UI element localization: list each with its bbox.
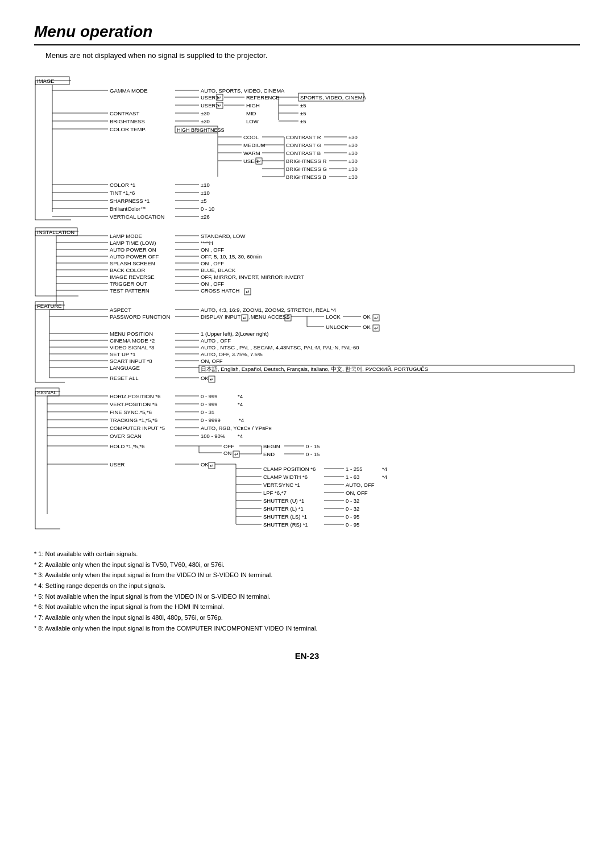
svg-text:LANGUAGE: LANGUAGE	[110, 365, 140, 371]
svg-text:1 - 63: 1 - 63	[346, 474, 359, 480]
svg-text:FINE SYNC.*5,*6: FINE SYNC.*5,*6	[110, 409, 152, 415]
svg-text:↵: ↵	[218, 103, 222, 108]
svg-text:SPORTS, VIDEO, CINEMA: SPORTS, VIDEO, CINEMA	[300, 94, 367, 101]
footnote-6: * 6: Not available when the input signal…	[34, 602, 580, 612]
svg-text:SHUTTER (L)   *1: SHUTTER (L) *1	[263, 506, 304, 512]
svg-text:*4: *4	[382, 466, 387, 472]
svg-text:BrilliantColor™: BrilliantColor™	[110, 206, 146, 212]
svg-text:BEGIN: BEGIN	[263, 443, 280, 449]
svg-text:↵: ↵	[246, 289, 250, 295]
svg-text:OFF, MIRROR, INVERT, MIRROR IN: OFF, MIRROR, INVERT, MIRROR INVERT	[201, 274, 304, 280]
svg-text:LOCK: LOCK	[326, 314, 341, 320]
svg-text:BRIGHTNESS: BRIGHTNESS	[110, 118, 145, 124]
svg-text:↵: ↵	[210, 463, 214, 469]
svg-text:GAMMA MODE: GAMMA MODE	[110, 87, 148, 94]
svg-text:OVER SCAN: OVER SCAN	[110, 433, 142, 439]
svg-text:↵: ↵	[234, 452, 239, 457]
svg-text:±10: ±10	[201, 182, 210, 188]
svg-text:日本語, English, Español, Deutsch: 日本語, English, Español, Deutsch, Français…	[201, 366, 428, 372]
svg-text:LAMP TIME (LOW): LAMP TIME (LOW)	[110, 240, 156, 246]
svg-text:CONTRAST R: CONTRAST R	[286, 134, 321, 140]
svg-text:*4: *4	[382, 474, 387, 480]
svg-text:±30: ±30	[349, 142, 358, 148]
svg-text:±30: ±30	[349, 174, 358, 180]
svg-text:*4: *4	[238, 433, 243, 439]
svg-text:0 - 999: 0 - 999	[201, 401, 218, 407]
svg-text:HOLD *1,*5,*6: HOLD *1,*5,*6	[110, 443, 144, 449]
svg-text:*4: *4	[238, 393, 243, 399]
svg-text:USER1: USER1	[201, 94, 219, 101]
svg-text:↵: ↵	[257, 158, 262, 164]
svg-text:,MENU ACCESS: ,MENU ACCESS	[249, 314, 290, 320]
svg-text:0 - 95: 0 - 95	[346, 521, 359, 528]
footnotes-section: * 1: Not available with certain signals.…	[34, 549, 580, 634]
svg-text:0 - 10: 0 - 10	[201, 206, 214, 212]
svg-text:±30: ±30	[201, 118, 210, 124]
svg-text:SHUTTER (U)   *1: SHUTTER (U) *1	[263, 498, 304, 504]
svg-text:COMPUTER INPUT  *5: COMPUTER INPUT *5	[110, 425, 165, 431]
svg-text:PASSWORD FUNCTION: PASSWORD FUNCTION	[110, 314, 171, 320]
svg-text:ON , OFF: ON , OFF	[201, 260, 224, 266]
svg-text:↵: ↵	[374, 315, 379, 321]
svg-text:CONTRAST B: CONTRAST B	[286, 150, 321, 156]
svg-text:LOW: LOW	[246, 118, 259, 124]
svg-text:IMAGE REVERSE: IMAGE REVERSE	[110, 274, 155, 280]
svg-text:OK: OK	[201, 461, 209, 468]
footnote-1: * 1: Not available with certain signals.	[34, 549, 580, 560]
svg-text:OK: OK	[363, 324, 371, 330]
svg-text:HIGH BRIGHTNESS: HIGH BRIGHTNESS	[177, 127, 225, 133]
svg-text:AUTO , OFF: AUTO , OFF	[201, 337, 231, 344]
svg-text:OFF, 5, 10, 15, 30, 60min: OFF, 5, 10, 15, 30, 60min	[201, 253, 262, 260]
svg-text:FEATURE: FEATURE	[37, 303, 62, 309]
svg-text:TRIGGER OUT: TRIGGER OUT	[110, 281, 147, 287]
svg-text:AUTO, OFF: AUTO, OFF	[346, 482, 375, 488]
svg-text:±5: ±5	[201, 198, 207, 204]
svg-text:REFERENCE: REFERENCE	[246, 94, 280, 101]
svg-text:±10: ±10	[201, 190, 210, 196]
svg-text:HIGH: HIGH	[246, 102, 260, 108]
svg-text:*4: *4	[238, 401, 243, 407]
svg-text:1 (Upper left), 2(Lower right): 1 (Upper left), 2(Lower right)	[201, 331, 268, 337]
footnote-8: * 8: Available only when the input signa…	[34, 623, 580, 634]
svg-text:OK: OK	[201, 375, 209, 381]
svg-text:COOL: COOL	[243, 134, 259, 140]
svg-text:****H: ****H	[201, 240, 213, 246]
svg-line-243	[239, 446, 262, 453]
svg-text:LPF     *6,*7: LPF *6,*7	[263, 490, 287, 496]
svg-text:MEDIUM: MEDIUM	[243, 142, 265, 148]
svg-text:0 - 31: 0 - 31	[201, 409, 214, 415]
svg-text:BLUE, BLACK: BLUE, BLACK	[201, 267, 236, 273]
svg-text:OFF: OFF	[223, 443, 234, 449]
svg-text:VERTICAL LOCATION: VERTICAL LOCATION	[110, 214, 165, 220]
svg-text:RESET ALL: RESET ALL	[110, 375, 139, 381]
svg-text:ON, OFF: ON, OFF	[346, 490, 368, 496]
svg-text:↵: ↵	[374, 326, 379, 331]
svg-text:CONTRAST: CONTRAST	[110, 110, 139, 116]
svg-text:BACK COLOR: BACK COLOR	[110, 267, 145, 273]
svg-text:CROSS HATCH: CROSS HATCH	[201, 287, 240, 294]
svg-text:CLAMP WIDTH *6: CLAMP WIDTH *6	[263, 474, 308, 480]
svg-text:0 - 95: 0 - 95	[346, 514, 359, 520]
svg-text:SHUTTER (RS) *1: SHUTTER (RS) *1	[263, 521, 308, 528]
svg-text:0 - 32: 0 - 32	[346, 506, 359, 512]
svg-text:USER2: USER2	[201, 102, 219, 108]
svg-text:±5: ±5	[300, 110, 306, 116]
svg-text:END: END	[263, 451, 275, 457]
svg-text:ON, OFF: ON, OFF	[201, 358, 223, 364]
svg-text:TRACKING *1,*5,*6: TRACKING *1,*5,*6	[110, 417, 157, 423]
svg-text:AUTO, OFF, 3.75%, 7.5%: AUTO, OFF, 3.75%, 7.5%	[201, 351, 263, 357]
svg-text:OK: OK	[363, 314, 371, 320]
svg-text:ON , OFF: ON , OFF	[201, 281, 224, 287]
svg-text:VERT.POSITION  *6: VERT.POSITION *6	[110, 401, 157, 407]
svg-text:0 - 9999: 0 - 9999	[201, 417, 221, 423]
svg-text:↵: ↵	[218, 95, 222, 101]
svg-text:*4: *4	[239, 417, 244, 423]
svg-text:±5: ±5	[300, 102, 306, 108]
menu-diagram: IMAGE GAMMA MODE AUTO, SPORTS, VIDEO, CI…	[34, 71, 580, 539]
svg-text:BRIGHTNESS R: BRIGHTNESS R	[286, 158, 326, 164]
svg-text:HORIZ.POSITION *6: HORIZ.POSITION *6	[110, 393, 160, 399]
footnote-7: * 7: Available only when the input signa…	[34, 612, 580, 623]
svg-text:TEST PATTERN: TEST PATTERN	[110, 287, 150, 294]
svg-text:STANDARD, LOW: STANDARD, LOW	[201, 233, 246, 239]
svg-text:SHARPNESS  *1: SHARPNESS *1	[110, 198, 150, 204]
